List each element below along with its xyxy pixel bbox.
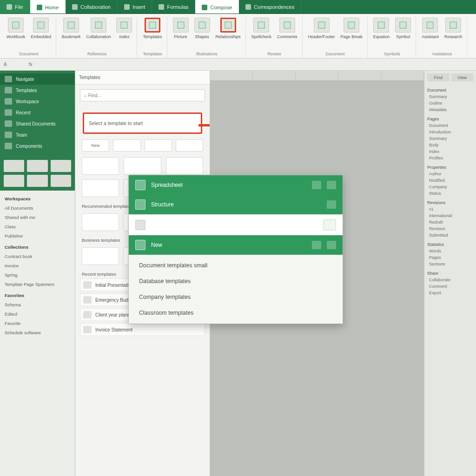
dropdown-item[interactable]: Classroom templates (129, 305, 343, 321)
spelling-button[interactable]: Spellcheck (251, 17, 273, 40)
gallery-search-input[interactable]: ⌕ Find… (80, 89, 205, 101)
nav-item-team[interactable]: Team (0, 129, 75, 140)
nav-item-templates[interactable]: Templates (0, 85, 75, 96)
gallery-tile[interactable] (82, 179, 119, 197)
rnav-item[interactable]: Collaborate (427, 278, 473, 282)
nav-link[interactable]: Spring (5, 272, 70, 278)
template-gallery-button[interactable]: Templates (142, 17, 163, 40)
rnav-tab-find[interactable]: Find (427, 73, 450, 81)
gallery-tile[interactable] (82, 213, 119, 231)
header-button[interactable]: Header/Footer (307, 17, 336, 40)
cross-ref-button[interactable]: Collaboration (85, 17, 112, 40)
rnav-item[interactable]: Comment (427, 284, 473, 289)
rnav-item[interactable]: Profiles (427, 156, 473, 160)
gallery-tile[interactable] (82, 247, 119, 265)
gallery-chip[interactable] (113, 139, 140, 152)
nav-item-recent[interactable]: Recent (0, 107, 75, 118)
structure-icon (135, 199, 145, 210)
rnav-item[interactable]: Index (427, 149, 473, 154)
rnav-item[interactable]: Modified (427, 178, 473, 183)
rnav-item[interactable]: Author (427, 172, 473, 176)
rnav-item[interactable]: Words (427, 249, 473, 253)
nav-link[interactable]: All Documents (5, 205, 70, 211)
rnav-item[interactable]: Export (427, 291, 473, 295)
nav-item-shared-documents[interactable]: Shared Documents (0, 118, 75, 129)
nav-thumb[interactable] (51, 160, 71, 172)
nav-link[interactable]: Class (5, 224, 70, 229)
tab-insert[interactable]: Insert (118, 0, 152, 13)
nav-thumb[interactable] (27, 175, 47, 187)
rnav-item[interactable]: Redraft (427, 220, 473, 225)
rnav-item[interactable]: Sections (427, 262, 473, 266)
rnav-item[interactable]: Status (427, 191, 473, 196)
formula-bar: Afx (0, 59, 476, 71)
rnav-item[interactable]: Body (427, 143, 473, 147)
smartart-button[interactable]: Relationships (215, 17, 242, 40)
nav-thumb[interactable] (4, 160, 24, 172)
tab-compose[interactable]: Compose (195, 0, 239, 13)
research-button[interactable]: Research (443, 17, 463, 40)
gallery-tile[interactable] (124, 157, 161, 175)
gallery-list-item[interactable]: Invoice Statement (80, 323, 205, 336)
nav-thumb[interactable] (51, 175, 71, 187)
rnav-item[interactable]: International (427, 213, 473, 218)
dropdown-header[interactable]: Spreadsheet (129, 175, 343, 195)
dropdown-item[interactable]: Company templates (129, 289, 343, 305)
gallery-chip[interactable]: New (82, 139, 109, 152)
nav-link[interactable]: Template Page Spanners (5, 282, 70, 287)
rnav-item[interactable]: v1 (427, 207, 473, 212)
gallery-chip[interactable] (145, 139, 172, 152)
nav-link[interactable]: Publisher (5, 233, 70, 238)
index-button[interactable]: Index (115, 17, 133, 40)
gallery-callout[interactable]: Select a template to start (83, 112, 202, 134)
nav-link[interactable]: Invoice (5, 263, 70, 268)
bookmark-button[interactable]: Bookmark (61, 17, 82, 40)
nav-link[interactable]: Contract book (5, 254, 70, 259)
nav-link[interactable]: Shared with me (5, 215, 70, 220)
open-doc-button[interactable]: Embedded (30, 17, 52, 40)
nav-link[interactable]: Schedule software (5, 330, 70, 335)
dropdown-subheader[interactable]: Structure (129, 195, 343, 214)
page-num-button[interactable]: Page Break (340, 17, 364, 40)
help-button[interactable]: Assistant (421, 17, 440, 40)
rnav-item[interactable]: Introduction (427, 130, 473, 134)
formula-bar-cell[interactable]: A (4, 62, 22, 67)
gallery-tile[interactable] (82, 157, 119, 175)
gallery-tile[interactable] (166, 157, 203, 175)
rnav-item[interactable]: Pages (427, 255, 473, 260)
tab-collaboration[interactable]: Collaboration (66, 0, 118, 13)
rnav-item[interactable]: Outline (427, 101, 473, 106)
rnav-tab-view[interactable]: View (451, 73, 474, 81)
nav-item-components[interactable]: Components (0, 140, 75, 152)
tab-home[interactable]: Home (30, 0, 66, 13)
dropdown-blank-row[interactable] (129, 214, 343, 235)
rnav-item[interactable]: Metadata (427, 107, 473, 112)
rnav-item[interactable]: Revision (427, 226, 473, 231)
comments-button[interactable]: Comments (276, 17, 298, 40)
dropdown-group-header[interactable]: New (129, 235, 343, 255)
nav-link[interactable]: Schema (5, 302, 70, 307)
nav-thumb[interactable] (27, 160, 47, 172)
dropdown-item[interactable]: Database templates (129, 273, 343, 289)
rnav-item[interactable]: Document (427, 123, 473, 128)
tab-correspondences[interactable]: Correspondences (239, 0, 301, 13)
shapes-button[interactable]: Shapes (193, 17, 211, 40)
nav-thumb[interactable] (4, 175, 24, 187)
nav-link[interactable]: Favorite (5, 321, 70, 326)
rnav-item[interactable]: Summary (427, 136, 473, 141)
rnav-item[interactable]: Submitted (427, 233, 473, 238)
nav-link[interactable]: Edited (5, 311, 70, 317)
dropdown-item[interactable]: Document templates small (129, 258, 343, 273)
tab-file[interactable]: File (0, 0, 30, 13)
rnav-item[interactable]: Company (427, 185, 473, 189)
dropdown-group-label: New (151, 242, 162, 248)
formula-bar-cell[interactable]: fx (29, 62, 47, 67)
picture-button[interactable]: Picture (172, 17, 190, 40)
new-doc-button[interactable]: Workbook (6, 17, 26, 40)
new-document-dropdown[interactable]: Spreadsheet Structure New Document templ… (128, 175, 343, 324)
rnav-item[interactable]: Summary (427, 94, 473, 99)
symbol-button[interactable]: Symbol (394, 17, 412, 40)
nav-item-workspace[interactable]: Workspace (0, 96, 75, 107)
equation-button[interactable]: Equation (372, 17, 391, 40)
tab-formulas[interactable]: Formulas (152, 0, 195, 13)
